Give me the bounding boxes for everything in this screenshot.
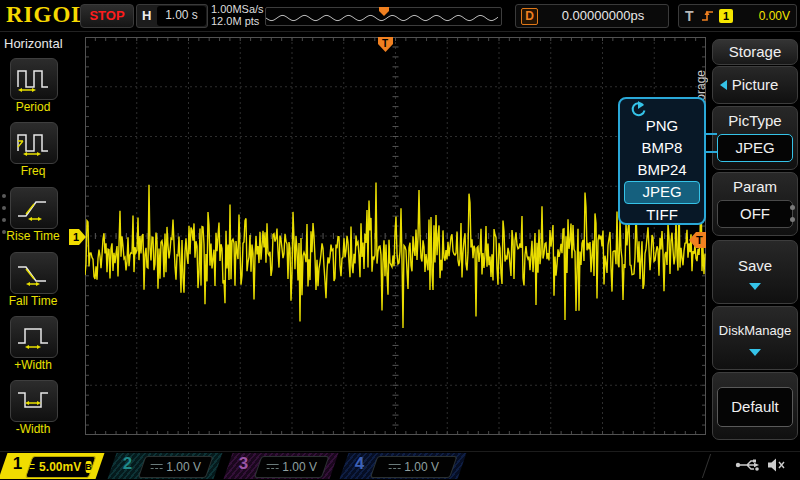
expand-arrow-icon [749, 349, 761, 356]
diskmanage-label: DiskManage [713, 323, 797, 338]
measure-fall-time-button[interactable] [10, 252, 58, 294]
picture-label: Picture [713, 76, 797, 93]
neg-width-icon [16, 387, 52, 415]
channel1-status[interactable]: 1 5.00mV B [0, 453, 104, 479]
measure-rise-time-label: Rise Time [0, 229, 66, 243]
measure-neg-width-label: -Width [0, 422, 66, 436]
measure-fall-time-label: Fall Time [0, 294, 66, 308]
dc-coupling-icon [266, 463, 278, 471]
svg-text:T: T [382, 38, 388, 49]
param-button[interactable]: Param OFF [712, 172, 798, 236]
measure-neg-width-button[interactable] [10, 380, 58, 422]
measure-freq-label: Freq [0, 164, 66, 178]
run-state-indicator[interactable]: STOP [80, 4, 134, 28]
save-button[interactable]: Save [712, 240, 798, 304]
channel-status-bar: 1 5.00mV B 2 1.00 V 3 1.00 V [0, 451, 800, 480]
bandwidth-limit-badge: B [85, 461, 92, 473]
menu-page-dot [790, 205, 795, 210]
horizontal-label: H [142, 8, 151, 23]
rigol-logo: RIGOL [6, 2, 88, 28]
speaker-muted-icon [767, 457, 786, 473]
pictype-label: PicType [713, 112, 797, 129]
oscilloscope-screen: RIGOL STOP H 1.00 s 1.00MSa/s 12.0M pts … [0, 0, 800, 480]
channel3-status[interactable]: 3 1.00 V [224, 453, 339, 479]
delay-label: D [521, 8, 538, 25]
svg-text:1: 1 [73, 231, 79, 243]
dc-coupling-icon [150, 463, 162, 471]
measure-rise-time-button[interactable] [10, 187, 58, 229]
expand-arrow-icon [749, 283, 761, 290]
menu-scroll-dot [2, 206, 6, 210]
popup-connector-top [704, 133, 717, 135]
channel3-number: 3 [239, 454, 248, 474]
param-label: Param [713, 178, 797, 195]
menu-scroll-dot [2, 218, 6, 222]
popup-item-jpeg[interactable]: JPEG [624, 181, 700, 204]
default-button[interactable]: Default [712, 372, 798, 440]
waveform-preview-strip[interactable] [265, 7, 502, 26]
channel4-number: 4 [355, 454, 364, 474]
popup-connector-bottom [704, 151, 717, 153]
memory-depth: 12.0M pts [211, 15, 264, 27]
left-menu-title: Horizontal [4, 36, 63, 51]
measure-period-label: Period [0, 100, 66, 114]
trigger-level-marker[interactable]: T [689, 232, 706, 248]
sample-rate: 1.00MSa/s [211, 3, 264, 15]
rise-time-icon [16, 194, 52, 222]
default-label: Default [717, 387, 793, 427]
popup-item-png[interactable]: PNG [624, 115, 700, 136]
freq-icon [16, 129, 52, 157]
delay-value: 0.00000000ps [542, 5, 664, 27]
graticule [85, 37, 706, 435]
trigger-box[interactable]: T 1 0.00V [678, 4, 797, 28]
channel4-scale: 1.00 V [404, 460, 439, 474]
menu-page-dot [790, 217, 795, 222]
measure-pos-width-button[interactable] [10, 316, 58, 358]
channel4-status[interactable]: 4 1.00 V [340, 453, 467, 479]
dc-coupling-icon [30, 463, 35, 471]
channel2-number: 2 [123, 454, 132, 474]
param-value: OFF [717, 200, 793, 228]
menu-scroll-dot [2, 194, 6, 198]
usb-icon [735, 457, 759, 473]
trigger-label: T [685, 8, 694, 24]
dc-coupling-icon [388, 463, 400, 471]
channel1-position-marker[interactable]: 1 [69, 229, 86, 245]
popup-item-bmp24[interactable]: BMP24 [624, 159, 700, 180]
svg-text:T: T [696, 234, 703, 246]
period-icon [16, 65, 52, 93]
pos-width-icon [16, 323, 52, 351]
horizontal-timebase-box[interactable]: H 1.00 s [136, 4, 208, 28]
trigger-level-value: 0.00V [759, 5, 790, 27]
measure-period-button[interactable] [10, 58, 58, 100]
preview-trigger-marker [379, 7, 389, 16]
status-separator [702, 454, 711, 478]
pictype-value: JPEG [717, 134, 793, 162]
pictype-button[interactable]: PicType JPEG [712, 106, 798, 170]
timebase-value: 1.00 s [157, 6, 206, 26]
trigger-source-badge: 1 [719, 9, 733, 23]
menu-scroll-dot [2, 230, 6, 234]
menu-title: Storage [712, 39, 798, 65]
channel1-number: 1 [13, 454, 22, 474]
acquisition-info: 1.00MSa/s 12.0M pts [211, 3, 264, 27]
channel1-scale: 5.00mV [39, 460, 81, 474]
trigger-position-marker[interactable]: T [378, 37, 393, 52]
save-label: Save [713, 257, 797, 274]
fall-time-icon [16, 259, 52, 287]
diskmanage-button[interactable]: DiskManage [712, 306, 798, 370]
channel2-status[interactable]: 2 1.00 V [108, 453, 223, 479]
popup-item-tiff[interactable]: TIFF [624, 204, 700, 225]
channel3-scale: 1.00 V [282, 460, 317, 474]
measure-freq-button[interactable] [10, 122, 58, 164]
rising-edge-icon [701, 8, 715, 23]
popup-item-bmp8[interactable]: BMP8 [624, 137, 700, 158]
pictype-popup-menu: PNG BMP8 BMP24 JPEG TIFF [618, 97, 706, 225]
top-status-bar: RIGOL STOP H 1.00 s 1.00MSa/s 12.0M pts … [0, 0, 800, 32]
delay-box[interactable]: D 0.00000000ps [515, 4, 669, 28]
measure-pos-width-label: +Width [0, 358, 66, 372]
waveform-display-area [85, 37, 706, 435]
picture-button[interactable]: Picture [712, 66, 798, 104]
channel2-scale: 1.00 V [166, 460, 201, 474]
